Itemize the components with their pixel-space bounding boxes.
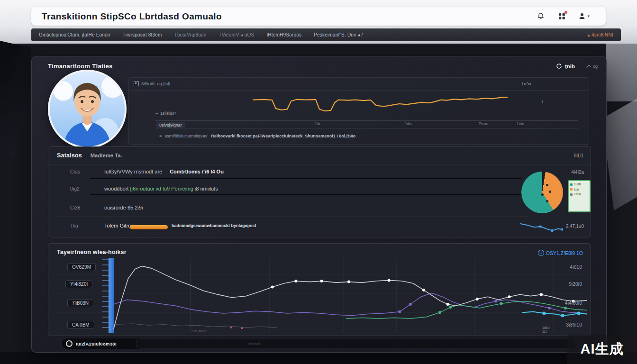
teal-swatch-icon — [570, 183, 573, 186]
panel-title: Timanartloom Tlaties — [48, 63, 113, 70]
user-icon — [578, 12, 586, 20]
nav-item-2[interactable]: Trwrsposirt 8t3em — [123, 32, 162, 37]
table-title: Satalsos Madleme Ta- — [57, 152, 123, 159]
dashboard-panel: Timanartloom Tlaties ţnib og — [31, 56, 607, 353]
table-row[interactable]: Tolem Gitroy — [104, 223, 134, 228]
x-tick-1: 1ib — [315, 121, 320, 126]
row-key-4: Tlia — [70, 223, 78, 228]
row-key-1: Cias — [70, 169, 80, 174]
legend-primary-label: 1silsiuo⁴ — [160, 111, 176, 116]
trend-chart-card: Tayeirfneon wlea-hoiksr G OSY1,Z!E8i9 1O — [48, 243, 591, 336]
record-dot-icon — [66, 340, 73, 347]
nav-item-5[interactable]: IHtemH9Soroos — [266, 32, 301, 37]
x-tick-2: 1ibs — [405, 121, 412, 126]
progress-bar-orange — [130, 225, 168, 229]
header-actions: ▾ — [537, 7, 590, 26]
legend-item: Iuar — [570, 188, 588, 191]
divider — [56, 216, 530, 217]
ai-watermark: AI生成 — [567, 335, 637, 364]
trend-title: Tayeirfneon wlea-hoiksr — [57, 249, 127, 255]
table-row[interactable]: ouisrorde 65 2i9i — [104, 205, 143, 210]
trend-x-note: 9auTuun — [192, 329, 206, 333]
separator-strong — [90, 178, 522, 179]
y-label-button-4[interactable]: CA 0BM — [67, 321, 94, 329]
row4-text: Tolem Gitroy — [104, 223, 134, 228]
trend-line-chart — [52, 258, 587, 333]
trend-corner-values: 1iB4i 1Ll — [542, 326, 550, 334]
app-header: Transkitionn StipSCo Lbrtdasd Oamualo ▾ — [31, 7, 606, 26]
tag-box-icon — [134, 81, 139, 86]
row4-value: 2,4T,1u0 — [566, 224, 584, 229]
caption-text-b: Reihoovarki fkoceet paFiWearipiecciuinst… — [211, 134, 355, 138]
y-value-2: 9i20i0 — [569, 281, 582, 287]
nav-alert-badge[interactable]: ▴ 4sni8iNNI — [588, 32, 613, 37]
divider — [129, 90, 589, 91]
table-title-sub: Madleme Ta- — [91, 153, 123, 158]
histogram-bar — [109, 258, 114, 333]
nav-item-3[interactable]: TbosrVrqi8aun — [174, 32, 207, 37]
pie-dot — [546, 184, 548, 186]
y-value-1: 4i010 — [570, 264, 582, 270]
user-menu[interactable]: ▾ — [578, 12, 590, 20]
footer-scrollbar[interactable]: Thn9lTt — [136, 339, 576, 348]
footer-status-pill[interactable]: IuI2iA2uIui0om38I — [61, 338, 144, 349]
pie-legend: 1uab Iuar 1aua — [568, 180, 591, 212]
legend-item: 1uab — [570, 183, 588, 186]
row1-value: 4i4i0a — [571, 170, 584, 175]
table-row[interactable]: wooddbort [i6n outuoi vd fu9 Ponreinig i… — [104, 186, 218, 191]
profile-avatar[interactable] — [48, 70, 127, 148]
bg-shape-left — [0, 41, 31, 159]
overview-legend-secondary[interactable]: 8sivs|9iqnar — [156, 122, 185, 128]
overview-tag-label: 8i5iut8. og [tsl] — [141, 81, 170, 86]
overview-top-value: 1u9a — [521, 81, 531, 86]
refresh-label: ţnib — [565, 64, 575, 69]
mode-label: og — [593, 64, 598, 69]
y-label-button-1[interactable]: OV6Z9M — [67, 263, 96, 271]
row1-text: IuIGy/VVWy rnsrnodt are — [104, 169, 162, 174]
circle-g-icon: G — [538, 250, 544, 256]
overview-filter-chip[interactable]: 8i5iut8. og [tsl] — [134, 81, 170, 86]
row1-text-bold: Comtrtlomis /’i6 I4 Ou — [170, 169, 224, 174]
nav-item-1[interactable]: Giriticlopnoa'Ctom, jtalHe Eonon — [39, 32, 110, 37]
row2-text-end: i8 nmiiluIs — [193, 186, 218, 191]
bell-icon[interactable] — [537, 12, 545, 20]
pie-dot — [541, 193, 544, 196]
bg-bottom-band — [0, 352, 637, 364]
pie-chart — [521, 172, 563, 213]
corner-value-b: 1Ll — [542, 330, 550, 334]
row4-bar-caption: haitmmidgsrwamwhammickt bynlagiqnisf — [172, 223, 256, 228]
separator-strong — [90, 194, 522, 195]
nav-item-4[interactable]: TVieonrV ◂ uOS — [218, 32, 254, 37]
legend-item: 1aua — [570, 193, 588, 196]
y-value-4: 3i39i10 — [566, 322, 582, 328]
avatar-illustration — [50, 72, 125, 146]
table-row[interactable]: IuIGy/VVWy rnsrnodt areComtrtlomis /’i6 … — [104, 169, 224, 174]
legend-label: Iuar — [574, 188, 579, 191]
corner-value-a: 1iB4i — [542, 326, 550, 330]
app-title: Transkitionn StipSCo Lbrtdasd Oamualo — [42, 11, 222, 22]
pie-dot — [546, 200, 548, 202]
x-tick-3: 7isoo — [479, 121, 488, 126]
main-nav: Giriticlopnoa'Ctom, jtalHe Eonon Trwrspo… — [31, 28, 621, 41]
pie-dot — [549, 191, 551, 193]
nav-item-6[interactable]: PeskeimanI"S. Dnv ◂ / — [314, 32, 363, 37]
apps-grid-icon[interactable] — [557, 12, 566, 20]
trend-link[interactable]: G OSY1,Z!E8i9 1O — [538, 250, 583, 256]
caption-menu-icon: ≡ — [159, 134, 162, 138]
row-key-2: 0ig2 — [70, 186, 80, 191]
y-label-button-2[interactable]: YI4i8Z0I — [65, 280, 92, 288]
trend-link-text: OSY1,Z!E8i9 1O — [546, 250, 583, 256]
row2-text: wooddbort — [104, 186, 130, 191]
row2-link-text[interactable]: [i6n outuoi vd fu9 Ponreinig — [130, 186, 193, 191]
legend-label: 1aua — [574, 193, 581, 196]
row3-text: ouisrorde 65 2i9i — [104, 205, 143, 210]
refresh-icon — [556, 63, 562, 69]
axis-line — [155, 120, 578, 121]
chevron-down-icon: ▾ — [587, 14, 590, 18]
y-label-button-3[interactable]: 7liB03N — [67, 299, 93, 307]
row4-sparkline — [519, 221, 563, 232]
caption-text-a: asmif8lsiiuciurnoiiq9av’ — [164, 134, 208, 138]
refresh-button[interactable]: ţnib — [556, 63, 575, 69]
mode-toggle[interactable]: og — [586, 64, 598, 69]
overview-caption: ≡ asmif8lsiiuciurnoiiq9av’ Reihoovarki f… — [159, 134, 355, 138]
